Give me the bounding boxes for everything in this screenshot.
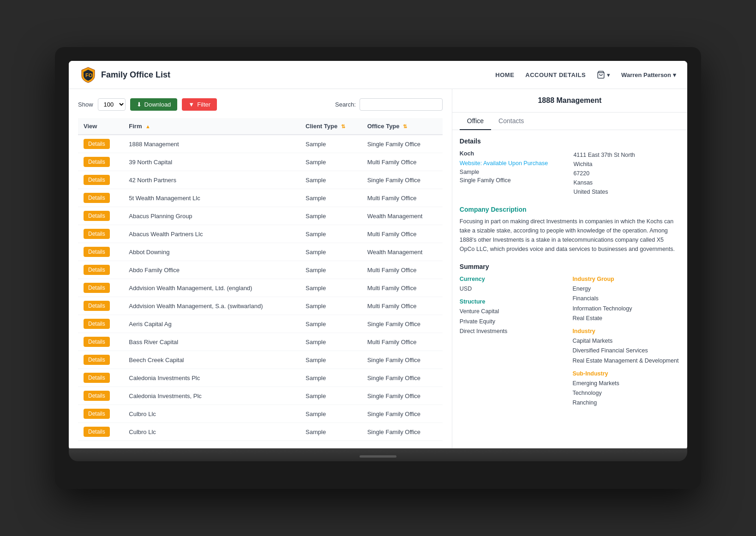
search-box: Search: <box>335 98 443 111</box>
industry-group-label: Industry Group <box>572 276 680 282</box>
cell-firm: 39 North Capital <box>123 153 300 171</box>
cell-view: Details <box>78 405 123 423</box>
cell-firm: 1888 Management <box>123 135 300 153</box>
client-type-sort-icon: ⇅ <box>341 124 345 129</box>
currency-value: USD <box>460 284 567 294</box>
cell-office-type: Wealth Management <box>362 243 443 261</box>
cell-client-type: Sample <box>300 279 362 297</box>
cell-office-type: Multi Family Office <box>362 261 443 279</box>
details-button[interactable]: Details <box>84 409 110 419</box>
details-button[interactable]: Details <box>84 355 110 365</box>
summary-title: Summary <box>460 263 680 270</box>
user-name: Warren Patterson <box>621 71 671 78</box>
col-client-type[interactable]: Client Type ⇅ <box>300 118 362 135</box>
details-button[interactable]: Details <box>84 301 110 311</box>
download-button[interactable]: ⬇ Download <box>130 98 178 111</box>
cell-client-type: Sample <box>300 153 362 171</box>
detail-website-link[interactable]: Website: Available Upon Purchase <box>460 160 548 167</box>
brand: FO Family Office List <box>80 66 170 83</box>
table-row: Details 1888 Management Sample Single Fa… <box>78 135 443 153</box>
structure-label: Structure <box>460 298 567 305</box>
details-button[interactable]: Details <box>84 139 110 149</box>
cell-view: Details <box>78 387 123 405</box>
cart-icon <box>597 71 605 79</box>
cell-firm: Caledonia Investments, Plc <box>123 387 300 405</box>
company-desc-text: Focusing in part on making direct Invest… <box>460 217 680 254</box>
col-view: View <box>78 118 123 135</box>
nav-home[interactable]: HOME <box>495 71 514 78</box>
nav-account-details[interactable]: ACCOUNT DETAILS <box>525 71 586 78</box>
cell-client-type: Sample <box>300 261 362 279</box>
industry-group-values: EnergyFinancialsInformation TechnologyRe… <box>572 284 680 323</box>
cell-office-type: Multi Family Office <box>362 333 443 351</box>
cell-client-type: Sample <box>300 369 362 387</box>
search-input[interactable] <box>360 98 443 111</box>
cell-firm: Abacus Wealth Partners Llc <box>123 225 300 243</box>
tab-contacts[interactable]: Contacts <box>491 113 531 130</box>
firm-sort-icon: ▲ <box>145 124 150 129</box>
cell-client-type: Sample <box>300 135 362 153</box>
main-content: Show 100 50 25 ⬇ Download ▼ Filter <box>69 89 687 450</box>
brand-title: Family Office List <box>101 70 170 80</box>
nav-user[interactable]: Warren Patterson ▾ <box>621 71 676 78</box>
industry-values: Capital MarketsDiversified Financial Ser… <box>572 336 680 366</box>
details-button[interactable]: Details <box>84 229 110 239</box>
details-button[interactable]: Details <box>84 373 110 383</box>
details-button[interactable]: Details <box>84 319 110 329</box>
table-row: Details Culbro Llc Sample Single Family … <box>78 405 443 423</box>
cell-firm: Abacus Planning Group <box>123 207 300 225</box>
cell-office-type: Wealth Management <box>362 207 443 225</box>
cell-office-type: Multi Family Office <box>362 189 443 207</box>
cell-client-type: Sample <box>300 297 362 315</box>
details-button[interactable]: Details <box>84 427 110 437</box>
nav-cart[interactable]: ▾ <box>597 71 610 79</box>
details-button[interactable]: Details <box>84 193 110 203</box>
cart-dropdown-icon: ▾ <box>607 71 610 78</box>
show-select[interactable]: 100 50 25 <box>98 98 126 111</box>
cell-client-type: Sample <box>300 351 362 369</box>
summary-grid: Currency USD Structure Venture CapitalPr… <box>460 276 680 408</box>
cell-firm: 42 North Partners <box>123 171 300 189</box>
currency-label: Currency <box>460 276 567 282</box>
cell-firm: Culbro Llc <box>123 405 300 423</box>
col-office-type[interactable]: Office Type ⇅ <box>362 118 443 135</box>
cell-firm: 5t Wealth Management Llc <box>123 189 300 207</box>
tab-office[interactable]: Office <box>460 113 491 130</box>
details-button[interactable]: Details <box>84 175 110 185</box>
cell-client-type: Sample <box>300 243 362 261</box>
details-button[interactable]: Details <box>84 283 110 293</box>
cell-office-type: Multi Family Office <box>362 297 443 315</box>
table-row: Details Addvision Wealth Management, Ltd… <box>78 279 443 297</box>
cell-firm: Addvision Wealth Management, S.a. (switw… <box>123 297 300 315</box>
col-firm[interactable]: Firm ▲ <box>123 118 300 135</box>
cell-client-type: Sample <box>300 405 362 423</box>
svg-text:FO: FO <box>85 72 93 78</box>
cell-office-type: Single Family Office <box>362 171 443 189</box>
detail-address: 4111 East 37th St North Wichita 67220 Ka… <box>573 150 680 197</box>
cell-view: Details <box>78 423 123 441</box>
cell-view: Details <box>78 261 123 279</box>
summary-left: Currency USD Structure Venture CapitalPr… <box>460 276 567 408</box>
cell-firm: Addvision Wealth Management, Ltd. (engla… <box>123 279 300 297</box>
table-row: Details Abacus Planning Group Sample Wea… <box>78 207 443 225</box>
details-button[interactable]: Details <box>84 337 110 347</box>
cell-firm: Bass River Capital <box>123 333 300 351</box>
cell-client-type: Sample <box>300 225 362 243</box>
details-button[interactable]: Details <box>84 211 110 221</box>
cell-client-type: Sample <box>300 189 362 207</box>
cell-firm: Abdo Family Office <box>123 261 300 279</box>
details-button[interactable]: Details <box>84 391 110 401</box>
sub-industry-label: Sub-Industry <box>572 370 680 377</box>
details-button[interactable]: Details <box>84 265 110 275</box>
table-row: Details Beech Creek Capital Sample Singl… <box>78 351 443 369</box>
filter-button[interactable]: ▼ Filter <box>182 98 217 111</box>
details-button[interactable]: Details <box>84 247 110 257</box>
cell-view: Details <box>78 297 123 315</box>
detail-name-field: Koch <box>460 150 566 157</box>
table-row: Details Aeris Capital Ag Sample Single F… <box>78 315 443 333</box>
company-desc-title: Company Description <box>460 206 680 213</box>
summary-right: Industry Group EnergyFinancialsInformati… <box>572 276 680 408</box>
office-type-sort-icon: ⇅ <box>403 124 407 129</box>
details-button[interactable]: Details <box>84 157 110 167</box>
table-row: Details Caledonia Investments Plc Sample… <box>78 369 443 387</box>
